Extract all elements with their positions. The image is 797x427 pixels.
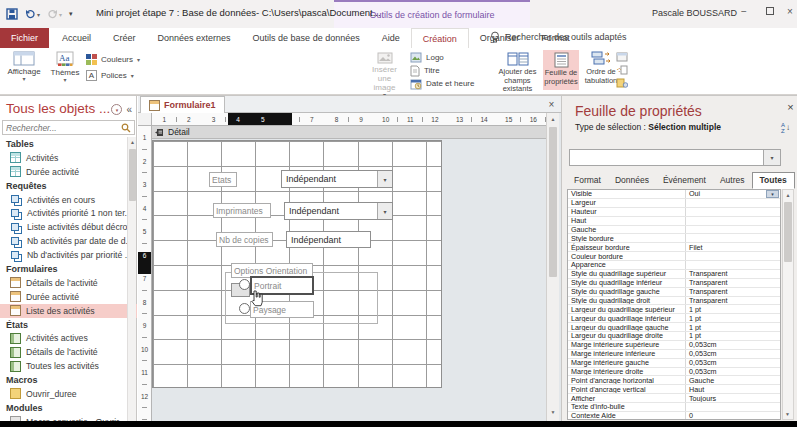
property-value[interactable] (686, 252, 780, 260)
property-value[interactable]: Transparent (686, 288, 780, 296)
nav-section-requ-tes[interactable]: Requêtes« (0, 179, 137, 193)
nav-item-activit-s-en-cours[interactable]: Activités en cours (0, 193, 137, 207)
nav-item-activit-s[interactable]: Activités (0, 151, 137, 165)
property-value[interactable]: Transparent (686, 279, 780, 287)
prop-tab-format[interactable]: Format (567, 173, 608, 188)
property-value[interactable]: Transparent (686, 270, 780, 278)
insert-image-button[interactable]: Insérer une image ▾ (366, 52, 403, 97)
property-value[interactable]: 0,053cm (686, 350, 780, 358)
date-time-button[interactable]: Date et heure (410, 77, 474, 90)
nav-section-macros[interactable]: Macros« (0, 373, 137, 387)
nav-item-ouvrir-duree[interactable]: Ouvrir_duree (0, 387, 137, 401)
form-design-grid[interactable]: Etats Indépendant ▾ Imprimantes Indépend… (152, 140, 442, 388)
minimize-button[interactable]: − (731, 0, 757, 22)
ribbon-tab-accueil[interactable]: Accueil (51, 28, 102, 48)
subform-new-window-icon[interactable] (616, 52, 628, 62)
dropdown-icon[interactable]: ▾ (766, 190, 779, 198)
ribbon-tab-aide[interactable]: Aide (371, 28, 411, 48)
combo-dropdown-icon[interactable]: ▾ (377, 203, 392, 219)
imprimantes-combo-control[interactable]: Indépendant ▾ (284, 202, 393, 220)
property-value[interactable]: 0,053cm (686, 341, 780, 349)
selection-combo[interactable]: ▾ (569, 149, 781, 166)
logo-button[interactable]: Logo (410, 51, 444, 64)
view-code-icon[interactable]: ⁘ (616, 65, 628, 75)
etats-combo-control[interactable]: Indépendant ▾ (281, 170, 393, 188)
section-select-icon[interactable] (155, 128, 164, 137)
property-sheet-scrollbar[interactable]: ▲ ▼ (782, 189, 794, 420)
nav-item-activit-s-priorit-1-non-ter[interactable]: Activités priorité 1 non ter... (0, 206, 137, 220)
save-icon[interactable] (6, 8, 18, 20)
property-value[interactable]: 0,053cm (686, 368, 780, 376)
property-value[interactable]: 1 pt (686, 305, 780, 313)
add-existing-fields-button[interactable]: Ajouter des champs existants (494, 51, 541, 94)
shutter-close-icon[interactable]: « (126, 104, 132, 115)
combo-dropdown-icon[interactable]: ▾ (763, 150, 780, 165)
property-value[interactable]: 1 pt (686, 323, 780, 331)
account-user-name[interactable]: Pascale BOUSSARD (652, 8, 737, 18)
prop-tab-v-nement[interactable]: Événement (656, 173, 713, 188)
vertical-ruler[interactable]: 123456789101112 (138, 126, 152, 421)
property-value[interactable] (686, 217, 780, 225)
title-button[interactable]: Titre (410, 64, 440, 77)
nav-item-nb-activit-s-par-date-de-d[interactable]: Nb activités par date de d... (0, 234, 137, 248)
property-value[interactable]: Oui▾ (686, 190, 780, 198)
nav-item-liste-activit-s-d-but-d-cro[interactable]: Liste activités début décro... (0, 220, 137, 234)
nav-item-d-tails-de-l-activit[interactable]: Détails de l'activité (0, 276, 137, 290)
sort-az-icon[interactable]: AZ↓ (781, 120, 795, 136)
horizontal-ruler[interactable]: 12345678910111213141516 (152, 113, 546, 126)
ribbon-tab-fichier[interactable]: Fichier (0, 28, 49, 48)
portrait-radio[interactable] (239, 279, 250, 290)
nav-section-modules[interactable]: Modules« (0, 401, 137, 415)
property-value[interactable] (686, 261, 780, 269)
tab-order-button[interactable]: Ordre de tabulation (581, 51, 621, 85)
property-sheet-button[interactable]: Feuille de propriétés (543, 50, 579, 90)
qat-customize-icon[interactable]: ▾ (69, 10, 73, 18)
property-value[interactable]: Transparent (686, 297, 780, 305)
property-value[interactable]: Toujours (686, 394, 780, 402)
search-icon[interactable] (121, 123, 131, 133)
convert-macros-icon[interactable] (616, 78, 628, 88)
close-button[interactable]: × (783, 0, 797, 22)
property-value[interactable]: 0,053cm (686, 359, 780, 367)
property-value[interactable] (686, 226, 780, 234)
imprimantes-label-control[interactable]: Imprimantes (213, 203, 271, 218)
themes-button[interactable]: Aa Thèmes ▾ (48, 51, 82, 82)
tell-me-search[interactable]: Rechercher des outils adaptés (490, 31, 627, 43)
prop-tab-autres[interactable]: Autres (713, 173, 752, 188)
fonts-button[interactable]: A Polices ▾ (86, 69, 134, 82)
nav-pane-title[interactable]: Tous les objets ... (6, 101, 110, 116)
nav-section-tables[interactable]: Tables« (0, 137, 137, 151)
nav-section-formulaires[interactable]: Formulaires« (0, 262, 137, 276)
nav-scrollbar[interactable]: ▲ (127, 137, 136, 421)
property-value[interactable]: 1 pt (686, 314, 780, 322)
document-close-icon[interactable]: × (544, 97, 559, 112)
property-value[interactable]: 0 (686, 412, 780, 420)
document-tab-formulaire1[interactable]: Formulaire1 (140, 96, 225, 113)
nb-copies-textbox-control[interactable]: Indépendant (286, 231, 371, 248)
view-button[interactable]: Affichage ▾ (6, 51, 42, 81)
property-value[interactable] (686, 208, 780, 216)
property-sheet-close-icon[interactable]: × (784, 100, 797, 113)
property-value[interactable]: Gauche (686, 376, 780, 384)
colors-button[interactable]: Couleurs ▾ (86, 53, 140, 66)
redo-icon[interactable]: ▾ (47, 9, 62, 19)
undo-icon[interactable]: ▾ (25, 9, 40, 19)
ribbon-tab-donn-es-externes[interactable]: Données externes (147, 28, 242, 48)
nav-item-d-tails-de-l-activit[interactable]: Détails de l'activité (0, 345, 137, 359)
ribbon-tab-cr-ation[interactable]: Création (411, 28, 469, 48)
nav-item-dur-e-activit[interactable]: Durée activité (0, 165, 137, 179)
nav-item-activit-s-actives[interactable]: Activités actives (0, 331, 137, 345)
property-value[interactable] (686, 199, 780, 207)
ribbon-tab-outils-de-base-de-donn-es[interactable]: Outils de base de données (242, 28, 371, 48)
property-value[interactable]: 1 pt (686, 332, 780, 340)
nav-section-tats[interactable]: États« (0, 318, 137, 332)
prop-tab-toutes[interactable]: Toutes (752, 172, 795, 189)
combo-dropdown-icon[interactable]: ▾ (377, 171, 392, 187)
maximize-button[interactable] (757, 0, 783, 22)
property-value[interactable]: Haut (686, 385, 780, 393)
nav-search-input[interactable] (6, 123, 121, 133)
property-value[interactable]: Filet (686, 243, 780, 251)
nav-item-nb-d-activit-s-par-priorit[interactable]: Nb d'activités par priorité ... (0, 248, 137, 262)
prop-tab-donn-es[interactable]: Données (608, 173, 656, 188)
nav-item-dur-e-activit[interactable]: Durée activité (0, 290, 137, 304)
